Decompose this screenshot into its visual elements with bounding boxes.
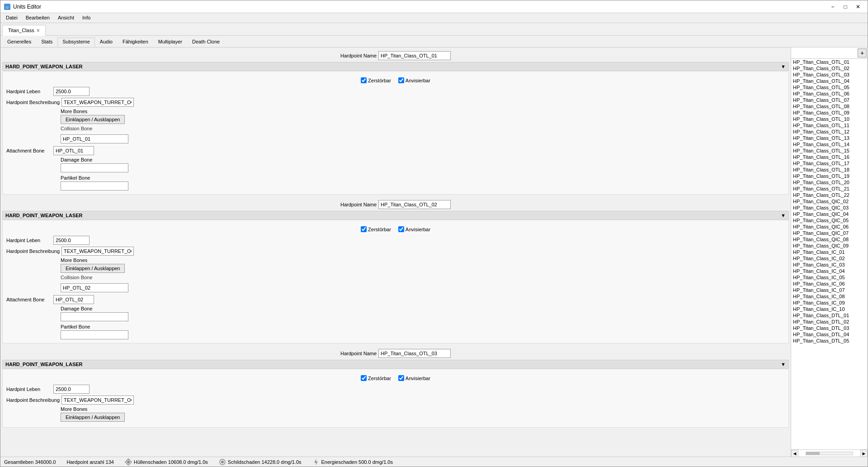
sub-tab-subsysteme[interactable]: Subsysteme — [57, 38, 95, 47]
right-panel-item[interactable]: HP_Titan_Class_DTL_01 — [791, 312, 868, 319]
right-panel-item[interactable]: HP_Titan_Class_OTL_02 — [791, 65, 868, 71]
right-panel-item[interactable]: HP_Titan_Class_DTL_02 — [791, 319, 868, 325]
right-panel-item[interactable]: HP_Titan_Class_IC_10 — [791, 306, 868, 312]
menu-bearbeiten[interactable]: Bearbeiten — [22, 14, 53, 22]
right-panel-item[interactable]: HP_Titan_Class_OTL_13 — [791, 135, 868, 141]
scroll-right-btn[interactable]: ► — [860, 450, 868, 457]
tab-close-icon[interactable]: ✕ — [36, 28, 40, 33]
partikel-bone-input-2[interactable] — [61, 330, 128, 339]
anvisierbar-checkbox-1[interactable] — [398, 77, 404, 83]
right-panel-item[interactable]: HP_Titan_Class_IC_09 — [791, 300, 868, 306]
right-panel-item[interactable]: HP_Titan_Class_QIC_09 — [791, 243, 868, 249]
right-panel-item[interactable]: HP_Titan_Class_OTL_08 — [791, 103, 868, 110]
right-panel-item[interactable]: HP_Titan_Class_DTL_05 — [791, 338, 868, 344]
einklappen-btn-2[interactable]: Einklappen / Ausklappen — [61, 264, 125, 273]
einklappen-btn-1[interactable]: Einklappen / Ausklappen — [61, 115, 125, 124]
minimize-button[interactable]: − — [827, 2, 839, 11]
anvisierbar-checkbox-2[interactable] — [398, 226, 404, 232]
right-panel-item[interactable]: HP_Titan_Class_OTL_19 — [791, 173, 868, 179]
right-panel-item[interactable]: HP_Titan_Class_OTL_06 — [791, 91, 868, 97]
right-panel-item[interactable]: HP_Titan_Class_OTL_16 — [791, 154, 868, 160]
hardint-leben-label-1: Hardpint Leben — [6, 89, 52, 94]
right-panel-item[interactable]: HP_Titan_Class_OTL_11 — [791, 122, 868, 129]
hardpoint-beschreibung-input-2[interactable] — [61, 247, 134, 256]
right-panel-item[interactable]: HP_Titan_Class_QIC_08 — [791, 236, 868, 243]
hardint-leben-input-3[interactable] — [53, 385, 90, 394]
maximize-button[interactable]: □ — [840, 2, 851, 11]
right-panel-item[interactable]: HP_Titan_Class_QIC_07 — [791, 230, 868, 236]
attachment-bone-input-1[interactable] — [53, 146, 94, 155]
scrollbar-h-thumb — [806, 452, 820, 455]
sub-tab-multiplayer[interactable]: Multiplayer — [153, 38, 187, 47]
section-chevron-3[interactable]: ▼ — [781, 362, 786, 367]
section-chevron-2[interactable]: ▼ — [781, 213, 786, 218]
sub-tab-death-clone[interactable]: Death Clone — [187, 38, 225, 47]
hardpoint-name-label-1: Hardpoint Name — [340, 53, 377, 58]
right-panel-item[interactable]: HP_Titan_Class_IC_07 — [791, 287, 868, 293]
right-panel-item[interactable]: HP_Titan_Class_IC_02 — [791, 255, 868, 262]
hardpoint-name-input-3[interactable] — [378, 349, 451, 358]
right-panel-item[interactable]: HP_Titan_Class_OTL_04 — [791, 78, 868, 84]
hardpoint-beschreibung-row-1: Hardpoint Beschreibung — [6, 98, 785, 107]
hardpoint-beschreibung-input-1[interactable] — [61, 98, 134, 107]
hardpoint-name-input-1[interactable] — [378, 51, 451, 60]
right-panel-item[interactable]: HP_Titan_Class_OTL_14 — [791, 141, 868, 148]
right-panel-item[interactable]: HP_Titan_Class_OTL_07 — [791, 97, 868, 103]
right-panel-item[interactable]: HP_Titan_Class_IC_03 — [791, 262, 868, 268]
add-hardpoint-button[interactable]: + — [858, 48, 867, 57]
right-panel-item[interactable]: HP_Titan_Class_OTL_22 — [791, 192, 868, 198]
right-panel-item[interactable]: HP_Titan_Class_QIC_03 — [791, 205, 868, 211]
zerstorbar-checkbox-2[interactable] — [361, 226, 367, 232]
right-panel-item[interactable]: HP_Titan_Class_OTL_18 — [791, 167, 868, 173]
collision-bone-input-2[interactable] — [61, 283, 128, 292]
right-panel-item[interactable]: HP_Titan_Class_QIC_04 — [791, 211, 868, 217]
right-panel-item[interactable]: HP_Titan_Class_OTL_20 — [791, 179, 868, 186]
anvisierbar-checkbox-3[interactable] — [398, 375, 404, 381]
title-bar-left: U Units Editor — [4, 4, 41, 10]
right-panel-item[interactable]: HP_Titan_Class_OTL_05 — [791, 84, 868, 91]
right-panel-item[interactable]: HP_Titan_Class_QIC_02 — [791, 198, 868, 205]
sub-tab-audio[interactable]: Audio — [95, 38, 118, 47]
right-panel-item[interactable]: HP_Titan_Class_OTL_09 — [791, 110, 868, 116]
menu-datei[interactable]: Datei — [2, 14, 21, 22]
damage-bone-input-2[interactable] — [61, 312, 128, 321]
collision-bone-input-1[interactable] — [61, 134, 128, 143]
right-panel-item[interactable]: HP_Titan_Class_IC_04 — [791, 268, 868, 274]
right-panel-item[interactable]: HP_Titan_Class_OTL_15 — [791, 148, 868, 154]
sub-tab-stats[interactable]: Stats — [36, 38, 57, 47]
hardint-leben-input-2[interactable] — [53, 236, 90, 245]
right-panel-item[interactable]: HP_Titan_Class_IC_06 — [791, 281, 868, 287]
zerstorbar-checkbox-3[interactable] — [361, 375, 367, 381]
right-panel-item[interactable]: HP_Titan_Class_IC_08 — [791, 293, 868, 300]
right-panel-item[interactable]: HP_Titan_Class_QIC_06 — [791, 224, 868, 230]
attachment-bone-input-2[interactable] — [53, 295, 94, 304]
zerstorbar-checkbox-1[interactable] — [361, 77, 367, 83]
close-button[interactable]: ✕ — [852, 2, 864, 11]
hardpoint-beschreibung-input-3[interactable] — [61, 396, 134, 405]
scroll-left-btn[interactable]: ◄ — [791, 450, 798, 457]
right-panel-item[interactable]: HP_Titan_Class_OTL_12 — [791, 129, 868, 135]
menu-info[interactable]: Info — [79, 14, 94, 22]
hardpoint-name-input-2[interactable] — [378, 200, 451, 209]
right-panel-item[interactable]: HP_Titan_Class_OTL_10 — [791, 116, 868, 122]
right-panel-item[interactable]: HP_Titan_Class_IC_01 — [791, 249, 868, 255]
partikel-bone-input-1[interactable] — [61, 181, 128, 191]
right-panel-item[interactable]: HP_Titan_Class_DTL_04 — [791, 331, 868, 338]
right-panel-scrollbar-h[interactable]: ◄ ► — [791, 449, 868, 457]
right-panel-item[interactable]: HP_Titan_Class_OTL_17 — [791, 160, 868, 167]
bones-section-1: More Bones Einklappen / Ausklappen Colli… — [61, 109, 785, 143]
hardint-leben-input-1[interactable] — [53, 87, 90, 96]
sub-tab-fahigkeiten[interactable]: Fähigkeiten — [118, 38, 153, 47]
menu-ansicht[interactable]: Ansicht — [54, 14, 78, 22]
damage-bone-input-1[interactable] — [61, 163, 128, 172]
right-panel-item[interactable]: HP_Titan_Class_OTL_01 — [791, 59, 868, 65]
right-panel-item[interactable]: HP_Titan_Class_OTL_03 — [791, 71, 868, 78]
sub-tab-generelles[interactable]: Generelles — [2, 38, 36, 47]
right-panel-item[interactable]: HP_Titan_Class_DTL_03 — [791, 325, 868, 331]
right-panel-item[interactable]: HP_Titan_Class_QIC_05 — [791, 217, 868, 224]
section-chevron-1[interactable]: ▼ — [781, 64, 786, 69]
tab-titan-class[interactable]: Titan_Class ✕ — [2, 25, 46, 36]
einklappen-btn-3[interactable]: Einklappen / Ausklappen — [61, 413, 125, 422]
right-panel-item[interactable]: HP_Titan_Class_OTL_21 — [791, 186, 868, 192]
right-panel-item[interactable]: HP_Titan_Class_IC_05 — [791, 274, 868, 281]
